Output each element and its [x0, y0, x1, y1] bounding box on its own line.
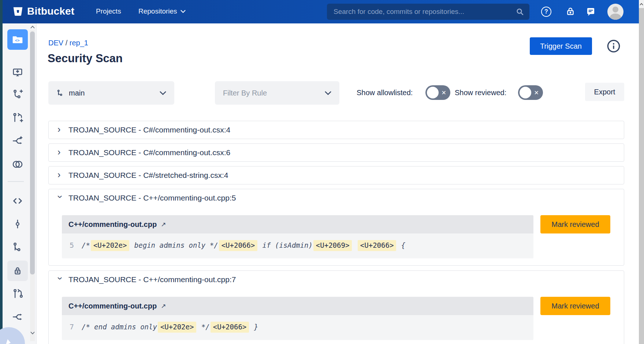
breadcrumb-separator: /	[66, 39, 70, 47]
avatar-body	[610, 14, 621, 20]
code-line: 7/* end admins only<U+202e> */<U+2066> }	[62, 315, 533, 340]
global-search	[327, 4, 529, 20]
sidebar-item-create-workflow[interactable]	[7, 131, 28, 151]
branch-select-value: main	[69, 89, 85, 97]
rule-filter-select[interactable]: Filter By Rule	[215, 81, 339, 105]
page-scrollbar[interactable]	[639, 0, 644, 344]
code-snippet: C++/commenting-out.cpp ↗ 7/* end admins …	[62, 297, 533, 340]
top-navigation-bar: Bitbucket Projects Repositories ?	[0, 0, 639, 23]
unicode-token: <U+2066>	[219, 240, 258, 251]
help-bubble-icon	[6, 339, 12, 344]
mark-reviewed-button[interactable]: Mark reviewed	[540, 297, 610, 315]
security-scan-page: DEV / rep_1 Security Scan Trigger Scan m…	[37, 23, 639, 344]
feedback-icon[interactable]	[586, 7, 596, 16]
unicode-token: <U+2069>	[313, 240, 352, 251]
breadcrumb-repo-link[interactable]: rep_1	[70, 39, 88, 47]
clone-icon	[12, 67, 23, 78]
code-line: 5/*<U+202e> begin admins only */<U+2066>…	[62, 233, 533, 258]
help-icon[interactable]: ?	[541, 7, 551, 17]
create-pull-request-icon	[12, 112, 23, 123]
sidebar-item-forks[interactable]	[7, 307, 28, 327]
rule-filter-placeholder: Filter By Rule	[223, 89, 267, 97]
toggle-off-icon: ✕	[442, 89, 446, 96]
sidebar-item-create-branch[interactable]	[7, 84, 28, 105]
finding-title: TROJAN_SOURCE - C#/commenting-out.csx:6	[68, 148, 230, 157]
finding-card: › TROJAN_SOURCE - C#/commenting-out.csx:…	[48, 121, 624, 139]
finding-card-expanded: › TROJAN_SOURCE - C++/commenting-out.cpp…	[48, 189, 624, 266]
file-link[interactable]: C++/commenting-out.cpp ↗	[62, 297, 533, 315]
sidebar-scrollbar-thumb[interactable]	[30, 31, 35, 274]
sidebar-item-create-pull-request[interactable]	[7, 108, 28, 128]
chevron-down-icon: ›	[56, 195, 65, 200]
bitbucket-logo[interactable]: Bitbucket	[12, 5, 74, 17]
security-lock-icon	[12, 265, 23, 276]
finding-card-expanded: › TROJAN_SOURCE - C++/commenting-out.cpp…	[48, 270, 624, 344]
search-icon[interactable]	[515, 7, 524, 16]
bitbucket-bucket-icon	[12, 6, 23, 17]
show-reviewed-toggle[interactable]: ✕	[518, 85, 543, 100]
bitbucket-security-scan-screen: Bitbucket Projects Repositories ?	[0, 0, 644, 344]
nav-projects[interactable]: Projects	[96, 7, 121, 15]
file-link[interactable]: C++/commenting-out.cpp ↗	[62, 215, 533, 233]
breadcrumb: DEV / rep_1	[48, 39, 88, 47]
create-workflow-icon	[12, 135, 23, 146]
mark-reviewed-button[interactable]: Mark reviewed	[540, 215, 610, 233]
pull-requests-icon	[12, 288, 23, 299]
finding-header-toggle[interactable]: › TROJAN_SOURCE - C#/commenting-out.csx:…	[49, 121, 624, 139]
finding-card: › TROJAN_SOURCE - C#/stretched-string.cs…	[48, 166, 624, 184]
code-snippet: C++/commenting-out.cpp ↗ 5/*<U+202e> beg…	[62, 215, 533, 258]
show-allowlisted-label: Show allowlisted:	[357, 89, 413, 97]
sidebar-scroll-up-icon[interactable]	[30, 24, 35, 30]
svg-text:<>: <>	[15, 38, 20, 43]
sidebar-item-pull-requests[interactable]	[7, 284, 28, 304]
info-icon[interactable]	[606, 39, 621, 53]
finding-header-toggle[interactable]: › TROJAN_SOURCE - C#/stretched-string.cs…	[49, 167, 624, 184]
unicode-token: <U+2066>	[211, 322, 249, 333]
avatar[interactable]	[607, 4, 623, 20]
branch-select[interactable]: main	[48, 81, 174, 105]
unicode-token: <U+202e>	[158, 322, 197, 333]
lock-icon[interactable]	[565, 6, 576, 16]
external-link-icon: ↗	[161, 302, 166, 310]
finding-header-toggle[interactable]: › TROJAN_SOURCE - C++/commenting-out.cpp…	[49, 271, 624, 288]
chevron-down-icon	[180, 10, 186, 13]
show-reviewed-label: Show reviewed:	[455, 89, 506, 97]
sidebar-item-security-scan[interactable]	[7, 261, 28, 281]
finding-header-toggle[interactable]: › TROJAN_SOURCE - C#/commenting-out.csx:…	[49, 144, 624, 161]
finding-header-toggle[interactable]: › TROJAN_SOURCE - C++/commenting-out.cpp…	[49, 189, 624, 207]
breadcrumb-project-link[interactable]: DEV	[48, 39, 63, 47]
chevron-right-icon: ›	[57, 170, 63, 179]
avatar-head	[613, 7, 618, 12]
branch-icon	[56, 89, 64, 97]
repository-sidebar: <>	[3, 23, 37, 344]
sidebar-item-clone[interactable]	[7, 62, 28, 83]
sidebar-item-source-browser[interactable]: <>	[7, 29, 28, 50]
chevron-right-icon: ›	[57, 147, 63, 157]
sidebar-item-branches[interactable]	[7, 237, 28, 258]
sidebar-scroll-down-icon[interactable]	[30, 330, 35, 336]
export-button[interactable]: Export	[585, 83, 624, 101]
toggle-off-icon: ✕	[534, 89, 539, 96]
sidebar-divider	[8, 181, 24, 182]
finding-title: TROJAN_SOURCE - C#/stretched-string.csx:…	[68, 171, 228, 180]
compare-icon	[12, 158, 23, 170]
unicode-token: <U+2066>	[358, 240, 397, 251]
forks-icon	[12, 311, 23, 322]
finding-title: TROJAN_SOURCE - C#/commenting-out.csx:4	[68, 126, 230, 134]
chevron-down-icon: ›	[56, 277, 65, 282]
commits-icon	[12, 218, 23, 229]
nav-repositories[interactable]: Repositories	[138, 7, 186, 15]
trigger-scan-button[interactable]: Trigger Scan	[530, 37, 592, 55]
line-number: 5	[62, 241, 82, 250]
create-branch-icon	[12, 89, 23, 100]
sidebar-item-commits[interactable]	[7, 214, 28, 234]
search-input[interactable]	[327, 4, 529, 20]
toggle-knob	[427, 87, 439, 98]
sidebar-item-compare[interactable]	[7, 154, 28, 175]
page-scroll-up-icon[interactable]	[639, 0, 644, 8]
sidebar-item-source[interactable]	[7, 191, 28, 211]
show-allowlisted-toggle[interactable]: ✕	[425, 85, 450, 100]
brand-name: Bitbucket	[27, 5, 74, 17]
finding-card: › TROJAN_SOURCE - C#/commenting-out.csx:…	[48, 143, 624, 162]
branches-icon	[12, 242, 23, 253]
